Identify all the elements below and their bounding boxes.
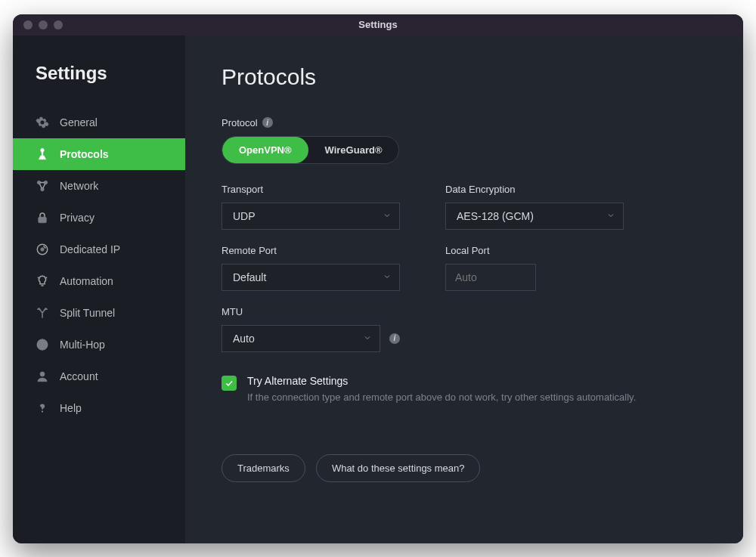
dedicated-ip-icon [36,243,49,256]
svg-line-9 [38,277,39,278]
window-title: Settings [13,19,743,30]
sidebar-item-split-tunnel[interactable]: Split Tunnel [13,297,185,329]
data-encryption-field: Data Encryption AES-128 (GCM) [445,184,624,230]
data-encryption-select[interactable]: AES-128 (GCM) [445,203,624,230]
local-port-input[interactable] [445,264,536,291]
chevron-down-icon [383,271,392,283]
try-alternate-desc: If the connection type and remote port a… [247,391,636,403]
local-port-field: Local Port [445,245,624,291]
what-do-settings-mean-button[interactable]: What do these settings mean? [316,454,481,482]
network-icon [36,179,49,193]
sidebar-item-label: Privacy [60,212,94,224]
svg-rect-1 [42,151,43,156]
mtu-select[interactable]: Auto [222,325,380,352]
sidebar-item-label: Help [60,402,82,414]
try-alternate-text: Try Alternate Settings If the connection… [247,375,636,403]
sidebar-item-help[interactable]: Help [13,392,185,424]
sidebar-item-label: Dedicated IP [60,243,120,255]
svg-line-10 [46,277,48,278]
sidebar-item-protocols[interactable]: Protocols [13,138,185,170]
sidebar-heading: Settings [13,63,185,107]
svg-point-15 [42,410,43,412]
account-icon [36,370,49,383]
footer-links: Trademarks What do these settings mean? [222,454,707,482]
mtu-label: MTU [222,306,400,317]
chevron-down-icon [383,210,392,222]
sidebar-item-account[interactable]: Account [13,361,185,392]
trademarks-button[interactable]: Trademarks [222,454,305,482]
split-tunnel-icon [36,306,49,320]
mtu-field: MTU Auto i [222,306,400,352]
try-alternate-checkbox[interactable] [222,376,237,391]
try-alternate-title: Try Alternate Settings [247,375,636,387]
main-panel: Protocols Protocol i OpenVPN®WireGuard® … [185,36,743,543]
mtu-value: Auto [233,333,255,345]
try-alternate-row: Try Alternate Settings If the connection… [222,375,707,403]
protocols-icon [36,147,49,161]
protocol-segmented: OpenVPN®WireGuard® [222,136,399,164]
settings-window: Settings Settings GeneralProtocolsNetwor… [13,14,743,543]
chevron-down-icon [363,333,372,345]
transport-field: Transport UDP [222,184,400,230]
sidebar-nav: GeneralProtocolsNetworkPrivacyDedicated … [13,107,185,424]
lock-icon [36,211,49,224]
data-encryption-label: Data Encryption [445,184,624,195]
sidebar-item-dedicated-ip[interactable]: Dedicated IP [13,234,185,265]
remote-port-label: Remote Port [222,245,400,256]
titlebar[interactable]: Settings [13,14,743,36]
sidebar-item-label: Automation [60,275,113,287]
window-body: Settings GeneralProtocolsNetworkPrivacyD… [13,36,743,543]
transport-label: Transport [222,184,400,195]
data-encryption-value: AES-128 (GCM) [457,210,534,222]
remote-port-field: Remote Port Default [222,245,400,291]
info-icon[interactable]: i [262,117,273,128]
sidebar-item-general[interactable]: General [13,107,185,138]
sidebar-item-privacy[interactable]: Privacy [13,202,185,234]
protocol-option-openvpn[interactable]: OpenVPN® [222,137,308,163]
svg-point-14 [40,372,45,376]
remote-port-select[interactable]: Default [222,264,400,291]
transport-select[interactable]: UDP [222,203,400,230]
page-title: Protocols [222,64,707,90]
sidebar-item-label: Account [60,370,98,382]
gear-icon [36,116,49,129]
sidebar-item-label: Protocols [60,148,109,160]
info-icon[interactable]: i [389,333,400,344]
protocol-label: Protocol [222,117,258,128]
sidebar-item-automation[interactable]: Automation [13,265,185,297]
sidebar-item-label: Multi-Hop [60,339,105,351]
sidebar-item-label: General [60,116,98,128]
form-grid: Transport UDP Data Encryption AES-128 (G… [222,184,707,352]
sidebar-item-network[interactable]: Network [13,170,185,202]
help-icon [36,401,49,415]
transport-value: UDP [233,210,256,222]
local-port-label: Local Port [445,245,624,256]
svg-point-7 [41,247,45,251]
remote-port-value: Default [233,271,266,283]
protocol-option-wireguard[interactable]: WireGuard® [308,137,399,163]
lightbulb-icon [36,274,49,288]
chevron-down-icon [606,210,615,222]
protocol-label-row: Protocol i [222,117,707,128]
sidebar: Settings GeneralProtocolsNetworkPrivacyD… [13,36,185,543]
sidebar-item-label: Network [60,180,98,192]
svg-rect-5 [39,217,47,223]
globe-icon [36,338,49,351]
sidebar-item-label: Split Tunnel [60,307,115,319]
sidebar-item-multi-hop[interactable]: Multi-Hop [13,329,185,361]
